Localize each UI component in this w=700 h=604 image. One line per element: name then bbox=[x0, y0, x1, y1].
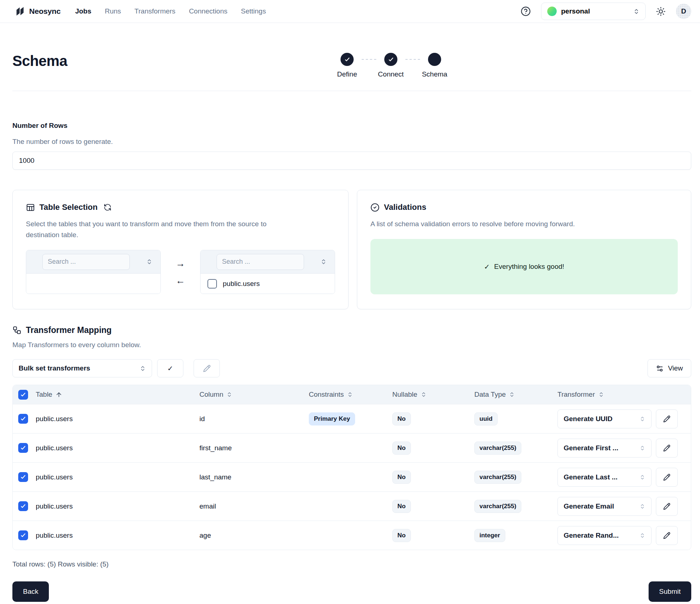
source-sort-button[interactable] bbox=[146, 259, 152, 265]
cards-row: Table Selection Select the tables that y… bbox=[12, 190, 691, 309]
divider bbox=[12, 91, 691, 91]
column-header-label: Transformer bbox=[557, 391, 595, 399]
transformer-select[interactable]: Generate UUID bbox=[557, 409, 652, 428]
validation-status: ✓ Everything looks good! bbox=[370, 239, 678, 294]
transformer-select-value: Generate First ... bbox=[564, 444, 618, 452]
sort-column-column[interactable]: Column bbox=[199, 391, 232, 399]
account-switcher[interactable]: personal bbox=[541, 3, 646, 20]
nav-item-settings[interactable]: Settings bbox=[241, 7, 266, 15]
edit-transformer-button[interactable] bbox=[656, 409, 678, 428]
row-checkbox[interactable] bbox=[18, 443, 28, 453]
row-checkbox[interactable] bbox=[18, 472, 28, 482]
edit-bulk-button[interactable] bbox=[194, 359, 220, 377]
pencil-icon bbox=[663, 532, 670, 539]
nav-item-transformers[interactable]: Transformers bbox=[135, 7, 175, 15]
apply-bulk-button[interactable]: ✓ bbox=[157, 359, 183, 377]
row-checkbox[interactable] bbox=[18, 414, 28, 424]
destination-list-body: public.users bbox=[201, 274, 335, 294]
transformer-select[interactable]: Generate Rand... bbox=[557, 526, 652, 545]
table-icon bbox=[26, 203, 35, 212]
table-selection-header: Table Selection bbox=[26, 203, 335, 212]
row-column-name: last_name bbox=[194, 473, 303, 481]
edit-transformer-button[interactable] bbox=[656, 468, 678, 487]
step-define: Define bbox=[332, 53, 362, 78]
chevron-up-down-icon bbox=[633, 8, 639, 15]
column-header-label: Constraints bbox=[309, 391, 344, 399]
destination-table-list: public.users bbox=[200, 250, 335, 294]
nav-item-runs[interactable]: Runs bbox=[105, 7, 121, 15]
check-circle-icon bbox=[370, 203, 380, 212]
transformer-select[interactable]: Generate First ... bbox=[557, 439, 652, 458]
back-button[interactable]: Back bbox=[12, 581, 49, 602]
account-name: personal bbox=[561, 7, 590, 15]
theme-toggle-button[interactable] bbox=[656, 7, 666, 16]
step-connector bbox=[362, 59, 376, 60]
pencil-icon bbox=[203, 365, 211, 372]
nav-item-jobs[interactable]: Jobs bbox=[75, 7, 91, 15]
user-avatar[interactable]: D bbox=[676, 4, 691, 19]
sort-table-column[interactable]: Table bbox=[36, 391, 62, 399]
sort-data-type-column[interactable]: Data Type bbox=[474, 391, 515, 399]
table-checkbox[interactable] bbox=[207, 279, 217, 289]
card-description: Select the tables that you want to trans… bbox=[26, 219, 274, 240]
transformer-mapping-description: Map Transformers to every column below. bbox=[12, 341, 691, 349]
data-type-badge: varchar(255) bbox=[474, 500, 521, 513]
row-table-name: public.users bbox=[30, 532, 194, 540]
card-title: Validations bbox=[384, 203, 426, 212]
validations-card: Validations A list of schema validation … bbox=[357, 190, 691, 309]
main-content: Schema Define Connect Schema Nu bbox=[0, 53, 700, 602]
chevron-up-down-icon bbox=[347, 392, 353, 397]
select-all-checkbox[interactable] bbox=[18, 390, 28, 400]
pencil-icon bbox=[663, 503, 670, 510]
transformer-select[interactable]: Generate Last ... bbox=[557, 468, 652, 487]
chevron-up-down-icon bbox=[598, 392, 604, 397]
destination-sort-button[interactable] bbox=[320, 259, 327, 265]
edit-transformer-button[interactable] bbox=[656, 497, 678, 516]
source-search-input[interactable] bbox=[42, 254, 130, 270]
number-of-rows-input[interactable] bbox=[12, 152, 691, 170]
transformer-select[interactable]: Generate Email bbox=[557, 497, 652, 516]
column-header-label: Data Type bbox=[474, 391, 506, 399]
stepper: Define Connect Schema bbox=[332, 53, 449, 78]
edit-transformer-button[interactable] bbox=[656, 439, 678, 458]
sort-transformer-column[interactable]: Transformer bbox=[557, 391, 604, 399]
sort-nullable-column[interactable]: Nullable bbox=[392, 391, 427, 399]
refresh-icon[interactable] bbox=[104, 203, 112, 211]
table-row: public.users first_name No varchar(255) … bbox=[13, 433, 691, 462]
chevron-up-down-icon bbox=[639, 445, 645, 451]
arrow-up-icon bbox=[55, 391, 62, 398]
view-button[interactable]: View bbox=[648, 359, 691, 377]
check-icon: ✓ bbox=[484, 263, 490, 271]
destination-search-input[interactable] bbox=[217, 254, 304, 270]
row-checkbox[interactable] bbox=[18, 530, 28, 540]
row-table-name: public.users bbox=[30, 502, 194, 510]
column-header-label: Column bbox=[199, 391, 223, 399]
sort-constraints-column[interactable]: Constraints bbox=[309, 391, 353, 399]
nullable-badge: No bbox=[392, 471, 411, 484]
chevron-up-down-icon bbox=[421, 392, 427, 397]
brand: Neosync bbox=[15, 6, 61, 17]
move-left-button[interactable]: ← bbox=[176, 276, 185, 285]
pencil-icon bbox=[663, 444, 670, 452]
step-connect: Connect bbox=[376, 53, 405, 78]
transformer-select-value: Generate UUID bbox=[564, 415, 612, 423]
neosync-logo-icon bbox=[15, 6, 26, 17]
number-of-rows-description: The number of rows to generate. bbox=[12, 138, 691, 146]
table-header-row: Table Column Constraints Nullable Data T… bbox=[13, 385, 691, 404]
step-label: Schema bbox=[422, 70, 447, 78]
help-button[interactable] bbox=[521, 6, 531, 16]
row-checkbox[interactable] bbox=[18, 501, 28, 511]
row-table-name: public.users bbox=[30, 444, 194, 452]
table-summary: Total rows: (5) Rows visible: (5) bbox=[12, 560, 691, 568]
data-type-badge: integer bbox=[474, 529, 505, 542]
nullable-badge: No bbox=[392, 412, 411, 425]
nav-item-connections[interactable]: Connections bbox=[189, 7, 228, 15]
move-right-button[interactable]: → bbox=[176, 259, 185, 268]
bulk-set-transformers-select[interactable]: Bulk set transformers bbox=[12, 359, 152, 377]
mapping-table: Table Column Constraints Nullable Data T… bbox=[12, 385, 691, 550]
submit-button[interactable]: Submit bbox=[649, 581, 691, 602]
table-selection-card: Table Selection Select the tables that y… bbox=[12, 190, 349, 309]
row-column-name: id bbox=[194, 415, 303, 423]
primary-key-badge: Primary Key bbox=[309, 412, 355, 425]
edit-transformer-button[interactable] bbox=[656, 526, 678, 545]
